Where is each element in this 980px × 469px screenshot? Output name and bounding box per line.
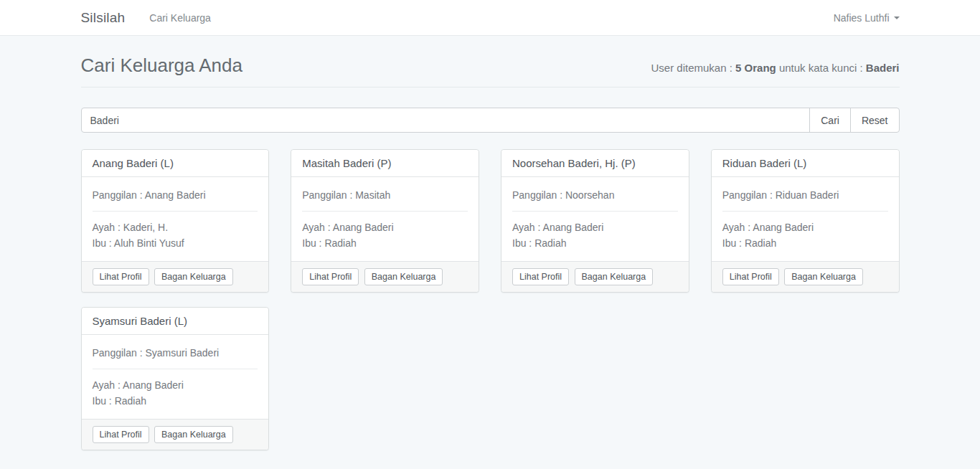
- person-card-body: Panggilan : Masitah Ayah : Anang Baderi …: [291, 177, 479, 261]
- page-title: Cari Keluarga Anda: [81, 55, 242, 77]
- person-nickname: Panggilan : Anang Baderi: [93, 187, 258, 203]
- person-mother: Ibu : Radiah: [722, 235, 888, 251]
- result-summary-middle: untuk kata kunci :: [776, 62, 866, 74]
- results-grid: Anang Baderi (L) Panggilan : Anang Bader…: [70, 149, 910, 465]
- search-input[interactable]: [81, 108, 811, 133]
- bagan-keluarga-button[interactable]: Bagan Keluarga: [784, 268, 863, 285]
- person-card-title: Syamsuri Baderi (L): [82, 308, 269, 335]
- lihat-profil-button[interactable]: Lihat Profil: [722, 268, 779, 285]
- lihat-profil-button[interactable]: Lihat Profil: [93, 426, 149, 443]
- person-nickname: Panggilan : Masitah: [302, 187, 468, 203]
- person-card-footer: Lihat Profil Bagan Keluarga: [291, 261, 479, 292]
- person-card-footer: Lihat Profil Bagan Keluarga: [501, 261, 689, 292]
- person-card-body: Panggilan : Noorsehan Ayah : Anang Bader…: [501, 177, 689, 261]
- person-card-title: Noorsehan Baderi, Hj. (P): [501, 150, 689, 177]
- person-card-body: Panggilan : Syamsuri Baderi Ayah : Anang…: [82, 335, 269, 419]
- person-card-title: Anang Baderi (L): [82, 150, 269, 177]
- reset-button[interactable]: Reset: [850, 108, 900, 133]
- person-card: Riduan Baderi (L) Panggilan : Riduan Bad…: [700, 149, 910, 307]
- person-card: Masitah Baderi (P) Panggilan : Masitah A…: [280, 149, 490, 307]
- divider: [302, 211, 468, 212]
- bagan-keluarga-button[interactable]: Bagan Keluarga: [154, 268, 233, 285]
- caret-down-icon: [894, 16, 900, 19]
- person-mother: Ibu : Radiah: [93, 393, 258, 409]
- person-father: Ayah : Anang Baderi: [302, 219, 468, 235]
- divider: [722, 211, 888, 212]
- user-name: Nafies Luthfi: [834, 12, 890, 24]
- user-dropdown[interactable]: Nafies Luthfi: [834, 12, 900, 24]
- result-summary-prefix: User ditemukan :: [651, 62, 736, 74]
- person-nickname: Panggilan : Riduan Baderi: [722, 187, 888, 203]
- person-card-body: Panggilan : Riduan Baderi Ayah : Anang B…: [712, 177, 899, 261]
- person-card-footer: Lihat Profil Bagan Keluarga: [712, 261, 899, 292]
- person-father: Ayah : Anang Baderi: [93, 377, 258, 393]
- person-father: Ayah : Anang Baderi: [512, 219, 678, 235]
- result-summary: User ditemukan : 5 Orang untuk kata kunc…: [651, 62, 900, 74]
- person-mother: Ibu : Radiah: [302, 235, 468, 251]
- cari-button[interactable]: Cari: [809, 108, 851, 133]
- person-card-title: Riduan Baderi (L): [712, 150, 899, 177]
- person-father: Ayah : Anang Baderi: [722, 219, 888, 235]
- lihat-profil-button[interactable]: Lihat Profil: [93, 268, 149, 285]
- divider: [93, 369, 258, 369]
- person-nickname: Panggilan : Syamsuri Baderi: [93, 345, 258, 361]
- person-card: Noorsehan Baderi, Hj. (P) Panggilan : No…: [490, 149, 700, 307]
- bagan-keluarga-button[interactable]: Bagan Keluarga: [364, 268, 443, 285]
- divider: [93, 211, 258, 212]
- person-mother: Ibu : Radiah: [512, 235, 678, 251]
- bagan-keluarga-button[interactable]: Bagan Keluarga: [154, 426, 233, 443]
- person-card-footer: Lihat Profil Bagan Keluarga: [82, 261, 269, 292]
- result-count: 5 Orang: [735, 62, 776, 74]
- brand-link[interactable]: Silsilah: [81, 10, 126, 26]
- lihat-profil-button[interactable]: Lihat Profil: [302, 268, 359, 285]
- person-card: Anang Baderi (L) Panggilan : Anang Bader…: [70, 149, 281, 307]
- bagan-keluarga-button[interactable]: Bagan Keluarga: [575, 268, 654, 285]
- search-form: Cari Reset: [81, 108, 900, 133]
- navbar: Silsilah Cari Keluarga Nafies Luthfi: [0, 0, 980, 36]
- page-header: Cari Keluarga Anda User ditemukan : 5 Or…: [81, 55, 900, 87]
- person-card-body: Panggilan : Anang Baderi Ayah : Kaderi, …: [82, 177, 269, 261]
- person-card-footer: Lihat Profil Bagan Keluarga: [82, 419, 269, 450]
- person-card: Syamsuri Baderi (L) Panggilan : Syamsuri…: [70, 307, 281, 465]
- person-nickname: Panggilan : Noorsehan: [512, 187, 678, 203]
- lihat-profil-button[interactable]: Lihat Profil: [512, 268, 569, 285]
- divider: [512, 211, 678, 212]
- person-mother: Ibu : Aluh Binti Yusuf: [93, 235, 258, 251]
- person-father: Ayah : Kaderi, H.: [93, 219, 258, 235]
- nav-item-cari-keluarga[interactable]: Cari Keluarga: [149, 12, 211, 24]
- person-card-title: Masitah Baderi (P): [291, 150, 479, 177]
- result-keyword: Baderi: [866, 62, 900, 74]
- main-content: Cari Keluarga Anda User ditemukan : 5 Or…: [81, 55, 900, 465]
